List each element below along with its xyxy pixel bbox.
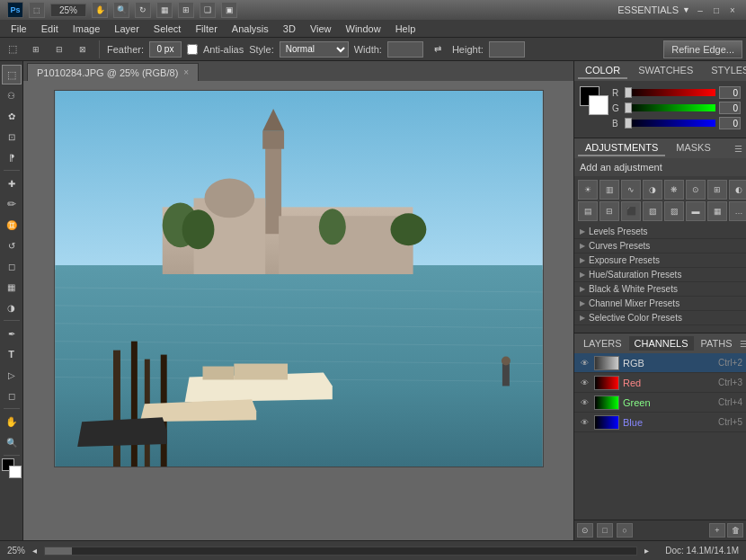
- scroll-track[interactable]: [44, 547, 637, 556]
- blue-value-input[interactable]: 0: [719, 117, 741, 129]
- channel-rgb-row[interactable]: 👁 RGB Ctrl+2: [574, 353, 746, 373]
- menu-analysis[interactable]: Analysis: [225, 22, 276, 36]
- zoom-display[interactable]: 25%: [50, 4, 86, 17]
- close-button[interactable]: ×: [726, 4, 739, 16]
- preset-selective-color[interactable]: ▶ Selective Color Presets: [574, 311, 746, 325]
- preset-bw[interactable]: ▶ Black & White Presets: [574, 282, 746, 297]
- adj-extra-icon[interactable]: …: [729, 201, 746, 221]
- menu-3d[interactable]: 3D: [276, 22, 303, 36]
- adj-vibrance-icon[interactable]: ❋: [664, 180, 684, 200]
- healing-tool[interactable]: ✚: [2, 173, 22, 193]
- pen-tool[interactable]: ✒: [2, 324, 22, 343]
- green-value-input[interactable]: 0: [719, 102, 741, 114]
- grid-icon[interactable]: ⊞: [178, 2, 194, 18]
- adj-gradient-map-icon[interactable]: ▬: [686, 201, 706, 221]
- refine-edge-button[interactable]: Refine Edge...: [663, 40, 742, 58]
- zoom-in-icon[interactable]: 🔍: [113, 2, 129, 18]
- adj-exposure-icon[interactable]: ◑: [643, 180, 662, 200]
- swatches-tab[interactable]: SWATCHES: [631, 63, 700, 79]
- adj-posterize-icon[interactable]: ▧: [643, 201, 662, 221]
- tool-icon-new[interactable]: ⬚: [29, 2, 45, 18]
- mode-icon[interactable]: ▣: [221, 2, 237, 18]
- layers-tab[interactable]: LAYERS: [578, 336, 627, 351]
- arrange-icon[interactable]: ❑: [200, 2, 216, 18]
- color-tab[interactable]: COLOR: [578, 63, 627, 79]
- eraser-tool[interactable]: ◻: [2, 256, 22, 276]
- height-input[interactable]: [489, 41, 525, 58]
- adj-invert-icon[interactable]: ⬛: [621, 201, 641, 221]
- menu-file[interactable]: File: [4, 22, 34, 36]
- green-eye-icon[interactable]: 👁: [578, 396, 591, 409]
- adj-curves-icon[interactable]: ∿: [621, 180, 641, 200]
- hand-tool-icon[interactable]: ✋: [92, 2, 108, 18]
- zoom-down-button[interactable]: ◂: [32, 546, 37, 556]
- channel-red-row[interactable]: 👁 Red Ctrl+3: [574, 373, 746, 393]
- path-select-tool[interactable]: ▷: [2, 365, 22, 385]
- menu-image[interactable]: Image: [66, 22, 108, 36]
- fg-bg-indicator[interactable]: [2, 458, 22, 478]
- menu-layer[interactable]: Layer: [107, 22, 147, 36]
- menu-window[interactable]: Window: [339, 22, 388, 36]
- blue-thumb[interactable]: [625, 118, 632, 129]
- antialias-checkbox[interactable]: [187, 44, 198, 55]
- delete-channel-icon[interactable]: 🗑: [727, 523, 743, 538]
- style-select[interactable]: Normal Fixed Ratio Fixed Size: [280, 41, 349, 58]
- adj-threshold-icon[interactable]: ▨: [664, 201, 684, 221]
- brush-tool[interactable]: ✏: [2, 194, 22, 214]
- adj-levels-icon[interactable]: ▥: [599, 180, 619, 200]
- preset-curves[interactable]: ▶ Curves Presets: [574, 239, 746, 253]
- menu-help[interactable]: Help: [388, 22, 423, 36]
- zoom-tool[interactable]: 🔍: [2, 432, 22, 452]
- menu-select[interactable]: Select: [147, 22, 189, 36]
- eyedropper-tool[interactable]: ⁋: [2, 147, 22, 167]
- width-input[interactable]: [387, 41, 423, 58]
- adj-bw-icon[interactable]: ◐: [729, 180, 746, 200]
- workspace-dropdown-icon[interactable]: ▼: [682, 5, 690, 14]
- dotted-circle-icon[interactable]: ⊙: [577, 523, 593, 538]
- red-eye-icon[interactable]: 👁: [578, 377, 591, 389]
- red-thumb[interactable]: [625, 87, 632, 98]
- zoom-up-button[interactable]: ▸: [644, 546, 649, 556]
- canvas-icon[interactable]: ▦: [156, 2, 173, 18]
- paths-tab[interactable]: PATHS: [696, 336, 738, 351]
- shape-tool[interactable]: ◻: [2, 386, 22, 405]
- adjustments-tab[interactable]: ADJUSTMENTS: [578, 140, 665, 156]
- hand-tool[interactable]: ✋: [2, 412, 22, 431]
- preset-hue-sat[interactable]: ▶ Hue/Saturation Presets: [574, 268, 746, 282]
- maximize-button[interactable]: □: [710, 4, 723, 16]
- adj-selective-color-icon[interactable]: ▦: [707, 201, 727, 221]
- preset-exposure[interactable]: ▶ Exposure Presets: [574, 253, 746, 268]
- clone-tool[interactable]: ♊: [2, 215, 22, 235]
- menu-edit[interactable]: Edit: [34, 22, 66, 36]
- background-swatch[interactable]: [589, 95, 608, 115]
- swap-icon[interactable]: ⇄: [429, 40, 447, 58]
- feather-input[interactable]: [149, 41, 182, 58]
- green-thumb[interactable]: [625, 102, 632, 113]
- adj-hue-sat-icon[interactable]: ⊙: [686, 180, 706, 200]
- history-tool[interactable]: ↺: [2, 236, 22, 255]
- marquee-tool[interactable]: ⬚: [2, 65, 22, 84]
- gradient-tool[interactable]: ▦: [2, 277, 22, 297]
- text-tool[interactable]: T: [2, 344, 22, 364]
- menu-filter[interactable]: Filter: [188, 22, 224, 36]
- save-selection-icon[interactable]: □: [597, 523, 613, 538]
- adj-panel-menu-icon[interactable]: ☰: [734, 144, 742, 154]
- preset-channel-mixer[interactable]: ▶ Channel Mixer Presets: [574, 297, 746, 311]
- quick-select-tool[interactable]: ✿: [2, 106, 22, 126]
- layers-panel-menu-icon[interactable]: ☰: [740, 339, 746, 349]
- channel-green-row[interactable]: 👁 Green Ctrl+4: [574, 393, 746, 413]
- document-tab[interactable]: P1010284.JPG @ 25% (RGB/8) ×: [27, 63, 199, 81]
- menu-view[interactable]: View: [303, 22, 339, 36]
- adj-channel-mixer-icon[interactable]: ⊟: [599, 201, 619, 221]
- new-channel-icon[interactable]: +: [709, 523, 725, 538]
- red-value-input[interactable]: 0: [719, 86, 741, 99]
- preset-levels[interactable]: ▶ Levels Presets: [574, 225, 746, 239]
- minimize-button[interactable]: –: [694, 4, 706, 16]
- background-color[interactable]: [9, 466, 22, 478]
- blue-eye-icon[interactable]: 👁: [578, 416, 591, 429]
- channels-tab[interactable]: CHANNELS: [629, 336, 694, 351]
- load-selection-icon[interactable]: ○: [617, 523, 633, 538]
- crop-tool[interactable]: ⊡: [2, 127, 22, 147]
- masks-tab[interactable]: MASKS: [669, 140, 718, 156]
- tab-close-button[interactable]: ×: [183, 67, 189, 77]
